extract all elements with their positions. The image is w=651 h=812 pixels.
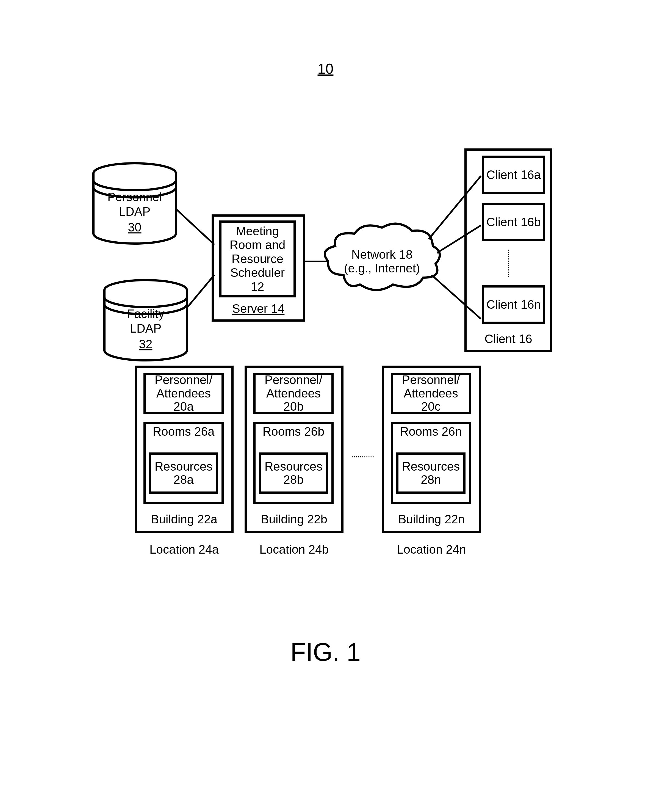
connector-facility-server xyxy=(187,275,214,308)
connector-personnel-server xyxy=(176,209,214,245)
location-n-label: Location 24n xyxy=(382,543,481,556)
building-b: Personnel/ Attendees 20b Rooms 26b Resou… xyxy=(245,366,343,533)
building-n-label: Building 22n xyxy=(384,512,479,526)
client-group: Client 16a Client 16b Client 16n Client … xyxy=(464,148,552,352)
network-label-line1: Network 18 xyxy=(351,248,413,261)
server: Meeting Room and Resource Scheduler 12 S… xyxy=(212,214,305,322)
ellipsis-vertical-icon xyxy=(508,250,509,277)
building-b-resources: Resources 28b xyxy=(259,452,328,494)
building-a: Personnel/ Attendees 20a Rooms 26a Resou… xyxy=(135,366,233,533)
server-scheduler: Meeting Room and Resource Scheduler 12 xyxy=(219,220,296,298)
client-n: Client 16n xyxy=(482,285,545,324)
diagram-canvas: 10 Personnel LDAP 30 Facility LDAP 32 xyxy=(0,0,651,812)
location-a-label: Location 24a xyxy=(135,543,233,556)
client-a: Client 16a xyxy=(482,156,545,194)
client-b: Client 16b xyxy=(482,203,545,241)
server-label: Server 14 xyxy=(214,302,303,316)
building-n-personnel: Personnel/ Attendees 20c xyxy=(391,373,471,414)
db-personnel-label-line1: Personnel xyxy=(107,190,162,204)
figure-number: 10 xyxy=(318,61,334,77)
svg-line-3 xyxy=(187,275,214,308)
building-a-resources: Resources 28a xyxy=(149,452,218,494)
building-n: Personnel/ Attendees 20c Rooms 26n Resou… xyxy=(382,366,481,533)
building-b-label: Building 22b xyxy=(247,512,341,526)
db-personnel-ldap: Personnel LDAP 30 xyxy=(91,162,178,245)
building-a-personnel: Personnel/ Attendees 20a xyxy=(143,373,224,414)
db-facility-ref: 32 xyxy=(102,337,190,351)
db-personnel-ref: 30 xyxy=(91,220,178,235)
client-group-label: Client 16 xyxy=(467,332,550,346)
network-label-line2: (e.g., Internet) xyxy=(344,261,420,275)
db-personnel-label-line2: LDAP xyxy=(119,205,151,218)
ellipsis-horizontal-icon xyxy=(352,456,374,457)
location-b-label: Location 24b xyxy=(245,543,343,556)
figure-caption: FIG. 1 xyxy=(290,638,361,667)
svg-line-2 xyxy=(176,209,214,245)
network-cloud: Network 18 (e.g., Internet) xyxy=(322,220,442,297)
building-b-personnel: Personnel/ Attendees 20b xyxy=(253,373,334,414)
building-n-resources: Resources 28n xyxy=(396,452,465,494)
db-facility-ldap: Facility LDAP 32 xyxy=(102,279,190,362)
db-facility-label-line2: LDAP xyxy=(130,322,162,335)
building-a-label: Building 22a xyxy=(137,512,232,526)
db-facility-label-line1: Facility xyxy=(127,307,165,321)
